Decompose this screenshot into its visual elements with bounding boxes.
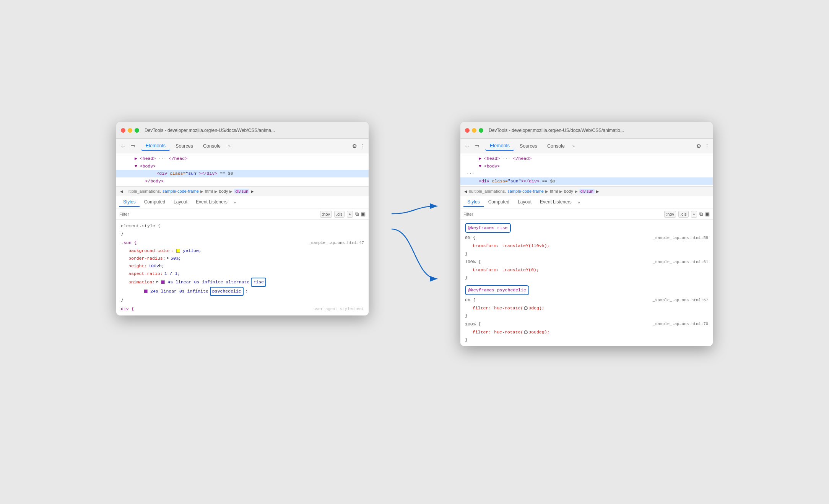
right-cls-button[interactable]: .cls	[678, 211, 689, 218]
right-styles-tab-layout[interactable]: Layout	[514, 198, 535, 207]
right-settings-icon[interactable]: ⚙	[696, 143, 701, 149]
right-styles-tab-events[interactable]: Event Listeners	[536, 198, 575, 207]
filter-actions: :hov .cls + ⧉ ▣	[320, 211, 366, 218]
right-toggle-sidebar-icon[interactable]: ▣	[705, 211, 710, 217]
toggle-sidebar-icon[interactable]: ▣	[361, 211, 366, 217]
right-traffic-lights	[465, 128, 483, 133]
right-tab-elements[interactable]: Elements	[485, 141, 514, 151]
div-rule-header: div { user agent stylesheet	[116, 305, 369, 313]
tab-console[interactable]: Console	[198, 142, 225, 150]
bc-frame-link[interactable]: sample-code-frame	[163, 189, 199, 193]
tree-div-sun[interactable]: <div class="sun"></div> == $0	[116, 170, 369, 177]
right-styles-tab-more[interactable]: »	[576, 198, 582, 206]
bc-html: html	[205, 189, 213, 193]
css-block-keyframes-rise: @keyframes rise 0% { _sample_.ap…ons.htm…	[460, 221, 713, 282]
psychedelic-arrow	[392, 229, 437, 279]
keyframes-rise-header: @keyframes rise	[460, 222, 713, 234]
close-button[interactable]	[121, 128, 125, 133]
animation-swatch-1	[161, 280, 165, 284]
right-tree-div-sun[interactable]: <div class="sun"></div> == $0	[460, 177, 713, 185]
right-tab-more[interactable]: »	[570, 142, 577, 150]
hov-button[interactable]: :hov	[320, 211, 332, 218]
right-breadcrumb-arrow-left[interactable]: ◀	[464, 189, 467, 193]
add-style-button[interactable]: +	[347, 211, 353, 218]
right-bc-frame-link[interactable]: sample-code-frame	[507, 189, 544, 193]
styles-tab-events[interactable]: Event Listeners	[192, 198, 231, 207]
right-tree-dots: ···	[460, 170, 713, 177]
left-styles-tabs: Styles Computed Layout Event Listeners »	[116, 196, 369, 208]
right-breadcrumb-arrow-right[interactable]: ▶	[596, 189, 599, 193]
right-hov-button[interactable]: :hov	[664, 211, 676, 218]
keyframes-rise-label: @keyframes rise	[465, 223, 511, 233]
tab-elements[interactable]: Elements	[141, 141, 170, 151]
filter-val-1: hue-rotate(0deg);	[494, 304, 544, 312]
rise-0pct-close: }	[460, 250, 713, 258]
right-filter-input[interactable]	[463, 212, 661, 216]
right-copy-style-icon[interactable]: ⧉	[699, 211, 703, 217]
filter-input[interactable]	[119, 212, 317, 216]
left-toolbar: ⊹ ▭ Elements Sources Console » ⚙ ⋮	[116, 139, 369, 153]
sun-source: _sample_.ap…ons.html:47	[309, 239, 364, 246]
right-add-style-button[interactable]: +	[691, 211, 697, 218]
tree-body-open: ▼ <body>	[116, 163, 369, 170]
traffic-lights	[121, 128, 139, 133]
right-tab-sources[interactable]: Sources	[515, 142, 542, 150]
rise-0pct-transform: transform: translateY(110vh);	[460, 242, 713, 250]
minimize-button[interactable]	[128, 128, 132, 133]
psych-100-brace: }	[465, 336, 468, 344]
right-minimize-button[interactable]	[472, 128, 476, 133]
border-radius-prop: border-radius:	[128, 255, 166, 262]
bg-color-prop: background-color:	[128, 247, 173, 255]
rise-100pct-close: }	[460, 274, 713, 281]
right-maximize-button[interactable]	[479, 128, 483, 133]
rise-arrow	[392, 206, 437, 214]
right-styles-tab-styles[interactable]: Styles	[463, 198, 484, 207]
right-tab-console[interactable]: Console	[543, 142, 569, 150]
inspect-icon[interactable]: ⊹	[119, 142, 127, 150]
right-styles-tab-computed[interactable]: Computed	[484, 198, 513, 207]
maximize-button[interactable]	[135, 128, 139, 133]
aspect-ratio-line: aspect-ratio: 1 / 1;	[116, 270, 369, 278]
animation-line2: 24s linear 0s infinite psychedelic ;	[116, 287, 369, 296]
transform-val-1: translateY(110vh);	[502, 242, 549, 250]
breadcrumb-arrow-right[interactable]: ▶	[251, 189, 254, 193]
animation-triangle: ▶	[156, 279, 158, 285]
right-close-button[interactable]	[465, 128, 470, 133]
psychedelic-keyword: psychedelic	[210, 287, 244, 296]
breadcrumb-arrow-left[interactable]: ◀	[120, 189, 123, 193]
psych-0pct-source: _sample_.ap…ons.html:67	[653, 297, 708, 304]
right-bc-html: html	[550, 189, 558, 193]
psych-100pct-filter: filter: hue-rotate(360deg);	[460, 328, 713, 336]
psych-0pct-close: }	[460, 312, 713, 320]
rise-0pct-source: _sample_.ap…ons.html:58	[653, 234, 708, 241]
cls-button[interactable]: .cls	[334, 211, 345, 218]
height-prop: height:	[128, 262, 147, 270]
right-inspect-icon[interactable]: ⊹	[463, 142, 471, 150]
right-window-title: DevTools - developer.mozilla.org/en-US/d…	[489, 128, 708, 133]
tab-more[interactable]: »	[226, 142, 233, 150]
styles-tab-layout[interactable]: Layout	[170, 198, 191, 207]
left-titlebar: DevTools - developer.mozilla.org/en-US/d…	[116, 122, 369, 139]
border-radius-val: 50%;	[171, 255, 181, 262]
styles-tab-styles[interactable]: Styles	[119, 198, 140, 207]
copy-style-icon[interactable]: ⧉	[355, 211, 359, 217]
more-options-icon[interactable]: ⋮	[360, 143, 366, 149]
aspect-ratio-val: 1 / 1;	[164, 270, 180, 278]
toolbar-right: ⚙ ⋮	[352, 143, 366, 149]
filter-val-2: hue-rotate(360deg);	[494, 328, 549, 336]
tree-body-close: </body>	[116, 177, 369, 185]
right-toolbar-right: ⚙ ⋮	[696, 143, 710, 149]
animation-semicolon: ;	[245, 288, 248, 295]
settings-icon[interactable]: ⚙	[352, 143, 357, 149]
window-title: DevTools - developer.mozilla.org/en-US/d…	[145, 128, 364, 133]
right-device-icon[interactable]: ▭	[473, 142, 481, 150]
device-icon[interactable]: ▭	[129, 142, 137, 150]
left-filter-bar: :hov .cls + ⧉ ▣	[116, 208, 369, 220]
right-more-options-icon[interactable]: ⋮	[704, 143, 710, 149]
right-breadcrumb: ◀ nultiple_animations.sample-code-frame …	[460, 186, 713, 196]
styles-tab-computed[interactable]: Computed	[140, 198, 169, 207]
tab-sources[interactable]: Sources	[171, 142, 198, 150]
animation-val-1: 4s linear 0s infinite alternate	[167, 278, 249, 286]
left-devtools-window: DevTools - developer.mozilla.org/en-US/d…	[116, 122, 369, 315]
styles-tab-more[interactable]: »	[232, 198, 237, 206]
